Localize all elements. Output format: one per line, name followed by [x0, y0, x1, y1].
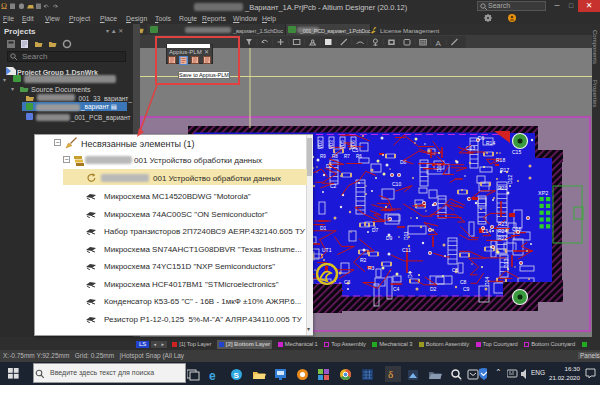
svg-text:R2: R2: [360, 257, 367, 263]
svg-text:D13: D13: [503, 259, 509, 268]
svg-text:D6: D6: [478, 135, 485, 141]
svg-text:C8: C8: [460, 279, 467, 285]
svg-text:D9: D9: [386, 235, 393, 241]
svg-text:D2: D2: [430, 286, 437, 292]
svg-text:R7: R7: [344, 154, 350, 159]
svg-text:C3: C3: [344, 279, 351, 285]
svg-text:δ: δ: [388, 368, 393, 380]
svg-text:D7: D7: [372, 227, 379, 233]
svg-text:Ω: Ω: [1, 2, 7, 11]
svg-text:R14: R14: [486, 140, 495, 146]
svg-text:D14: D14: [484, 277, 490, 286]
svg-text:R9: R9: [320, 154, 326, 159]
svg-text:C11: C11: [402, 247, 411, 253]
svg-text:C14: C14: [482, 228, 491, 234]
svg-text:XP2: XP2: [538, 190, 548, 196]
svg-text:C2: C2: [330, 183, 337, 189]
svg-text:VD3: VD3: [329, 140, 334, 149]
svg-text:D1: D1: [320, 225, 327, 231]
svg-text:R23: R23: [498, 221, 507, 227]
svg-text:VD5: VD5: [340, 140, 345, 149]
svg-text:e: e: [209, 369, 216, 382]
svg-text:R24: R24: [498, 228, 507, 234]
svg-text:R8: R8: [332, 154, 338, 159]
svg-text:UT1: UT1: [322, 247, 332, 253]
svg-text:VD2: VD2: [318, 140, 323, 149]
svg-text:R18: R18: [496, 157, 505, 163]
svg-text:R20: R20: [498, 185, 507, 191]
svg-text:A: A: [436, 39, 442, 48]
svg-text:S: S: [234, 371, 240, 380]
svg-text:VD6: VD6: [351, 140, 356, 149]
svg-text:C4: C4: [393, 286, 400, 292]
svg-text:C9: C9: [463, 286, 470, 292]
svg-text:R17: R17: [500, 167, 509, 173]
svg-text:C16: C16: [512, 226, 521, 232]
svg-text:C10: C10: [392, 181, 401, 187]
svg-text:C6: C6: [452, 267, 459, 273]
svg-text:R22: R22: [498, 235, 507, 241]
svg-text:D12: D12: [507, 175, 513, 184]
svg-text:C15: C15: [512, 149, 521, 155]
svg-text:,: ,: [460, 375, 462, 381]
svg-text:D11: D11: [403, 231, 409, 240]
svg-text:R3: R3: [368, 265, 375, 271]
svg-text:D4: D4: [407, 271, 413, 278]
svg-text:D8: D8: [400, 159, 407, 165]
svg-text:R6: R6: [356, 154, 362, 159]
